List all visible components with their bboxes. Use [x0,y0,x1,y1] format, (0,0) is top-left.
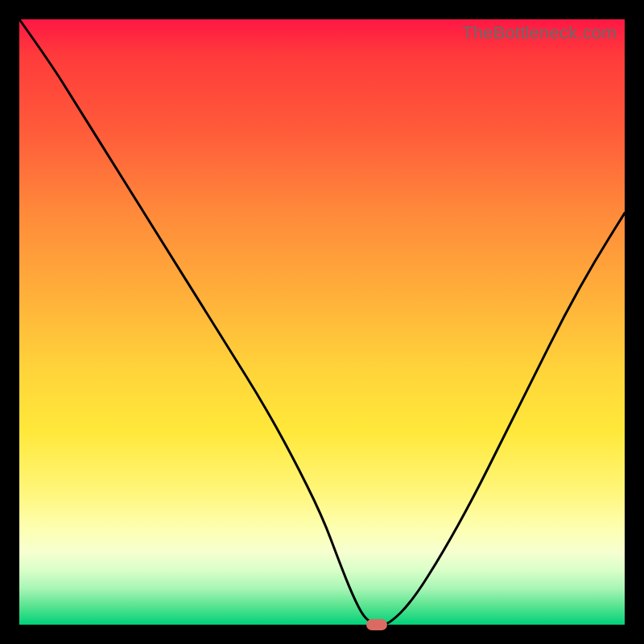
optimal-marker [366,619,387,630]
bottleneck-curve [19,19,625,625]
plot-area: TheBottleneck.com [19,19,625,625]
chart-frame: TheBottleneck.com [0,0,644,644]
curve-path [19,19,625,625]
